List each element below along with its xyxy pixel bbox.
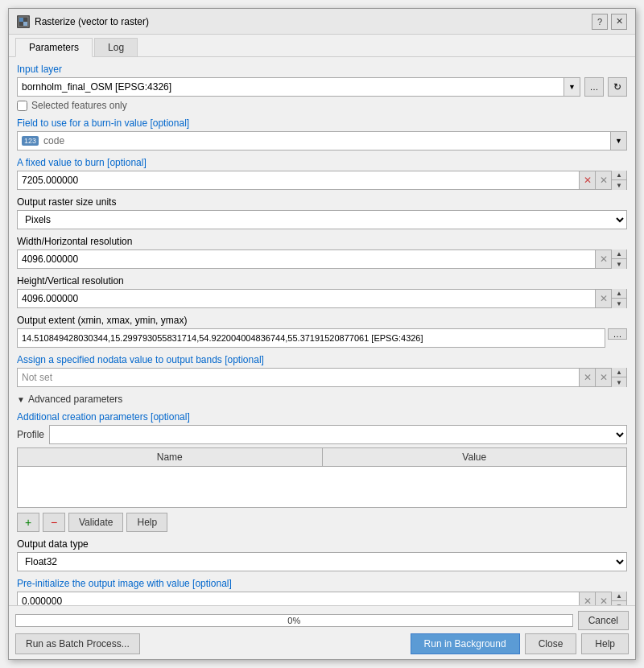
- creation-params-table: Name Value: [17, 447, 627, 508]
- help-title-button[interactable]: ?: [592, 14, 608, 30]
- nodata-clear-btn[interactable]: ✕: [579, 369, 595, 386]
- output-type-select[interactable]: Float32 Byte Int16 UInt16 UInt32 Int32 F…: [18, 553, 626, 571]
- width-spin-up[interactable]: ▲: [612, 249, 626, 259]
- cancel-button[interactable]: Cancel: [578, 611, 629, 630]
- raster-size-label: Output raster size units: [17, 196, 627, 208]
- extent-input-row: [17, 328, 605, 348]
- burn-fixed-spin-down[interactable]: ▼: [612, 180, 626, 190]
- action-row: Run as Batch Process... Run in Backgroun…: [15, 633, 629, 654]
- svg-rect-2: [23, 22, 27, 26]
- width-input[interactable]: [18, 252, 595, 266]
- input-layer-input[interactable]: [18, 78, 564, 96]
- title-bar: Rasterize (vector to raster) ? ✕: [9, 9, 635, 35]
- preinit-input-row: ✕ ✕ ▲ ▼: [17, 592, 627, 605]
- close-title-button[interactable]: ✕: [611, 14, 627, 30]
- input-layer-dropdown-arrow[interactable]: ▼: [564, 78, 580, 96]
- selected-features-label: Selected features only: [31, 100, 127, 111]
- title-bar-left: Rasterize (vector to raster): [17, 15, 149, 28]
- content-area: Input layer ▼ … ↻ Selected features only…: [9, 57, 635, 659]
- tab-bar: Parameters Log: [9, 35, 635, 57]
- advanced-params-section[interactable]: ▼ Advanced parameters: [17, 394, 627, 405]
- extent-input[interactable]: [18, 332, 605, 344]
- preinit-clear2-btn[interactable]: ✕: [595, 592, 611, 605]
- burn-fixed-label: A fixed value to burn [optional]: [17, 157, 627, 168]
- help-button[interactable]: Help: [581, 633, 629, 654]
- height-spin-down[interactable]: ▼: [612, 299, 626, 308]
- advanced-collapse-icon: ▼: [17, 395, 25, 404]
- nodata-label: Assign a specified nodata value to outpu…: [17, 354, 627, 365]
- preinit-clear-btn[interactable]: ✕: [579, 592, 595, 605]
- table-body: [18, 467, 626, 507]
- nodata-input-row: ✕ ✕ ▲ ▼: [17, 368, 627, 387]
- table-add-button[interactable]: +: [17, 513, 39, 532]
- burn-field-label: Field to use for a burn-in value [option…: [17, 118, 627, 129]
- run-batch-button[interactable]: Run as Batch Process...: [15, 633, 140, 654]
- profile-select[interactable]: [50, 426, 626, 443]
- title-bar-controls: ? ✕: [592, 14, 627, 30]
- table-header: Name Value: [18, 448, 626, 467]
- nodata-spin-up[interactable]: ▲: [612, 368, 626, 377]
- profile-select-container: [49, 425, 627, 444]
- table-col-value: Value: [323, 448, 627, 466]
- nodata-clear2-btn[interactable]: ✕: [595, 369, 611, 386]
- run-background-button[interactable]: Run in Background: [411, 633, 520, 654]
- height-label: Height/Vertical resolution: [17, 275, 627, 287]
- selected-features-checkbox[interactable]: [17, 101, 27, 111]
- validate-button[interactable]: Validate: [68, 513, 123, 532]
- footer-bar: 0% Cancel Run as Batch Process... Run in…: [9, 605, 635, 659]
- burn-fixed-input-row: ✕ ✕ ▲ ▼: [17, 171, 627, 190]
- table-remove-button[interactable]: −: [43, 513, 65, 532]
- progress-row: 0% Cancel: [15, 611, 629, 630]
- close-button[interactable]: Close: [525, 633, 577, 654]
- dialog-title: Rasterize (vector to raster): [35, 16, 149, 27]
- tab-parameters[interactable]: Parameters: [15, 38, 93, 57]
- nodata-spinbox: ▲ ▼: [611, 368, 626, 387]
- svg-rect-1: [19, 18, 23, 22]
- input-layer-browse-button[interactable]: …: [584, 77, 604, 97]
- profile-label: Profile: [17, 429, 44, 440]
- selected-features-row: Selected features only: [17, 100, 627, 111]
- height-input-row: ✕ ▲ ▼: [17, 289, 627, 308]
- burn-fixed-spin-up[interactable]: ▲: [612, 171, 626, 180]
- width-label: Width/Horizontal resolution: [17, 236, 627, 247]
- burn-fixed-input[interactable]: [18, 173, 579, 188]
- preinit-label: Pre-initialize the output image with val…: [17, 578, 627, 589]
- width-clear-btn[interactable]: ✕: [595, 250, 611, 268]
- height-spinbox: ▲ ▼: [611, 289, 626, 308]
- nodata-spin-down[interactable]: ▼: [612, 377, 626, 387]
- output-type-select-row: Float32 Byte Int16 UInt16 UInt32 Int32 F…: [17, 552, 627, 571]
- preinit-spinbox: ▲ ▼: [611, 592, 626, 605]
- raster-size-select-row: Pixels Georeferenced units: [17, 210, 627, 229]
- burn-field-dropdown-btn[interactable]: ▼: [610, 132, 626, 150]
- burn-fixed-clear2-btn[interactable]: ✕: [595, 171, 611, 189]
- output-type-label: Output data type: [17, 538, 627, 550]
- width-spin-down[interactable]: ▼: [612, 259, 626, 269]
- height-spin-up[interactable]: ▲: [612, 289, 626, 299]
- extent-browse-btn[interactable]: …: [608, 328, 627, 340]
- input-layer-combo: ▼: [17, 77, 580, 97]
- burn-field-value: 123 code: [18, 134, 610, 148]
- progress-bar-container: 0%: [15, 614, 573, 627]
- app-icon: [17, 15, 30, 28]
- help-small-button[interactable]: Help: [126, 513, 167, 532]
- height-clear-btn[interactable]: ✕: [595, 290, 611, 307]
- tab-log[interactable]: Log: [94, 38, 138, 56]
- height-input[interactable]: [18, 291, 595, 306]
- input-layer-label: Input layer: [17, 64, 627, 75]
- raster-size-select[interactable]: Pixels Georeferenced units: [18, 211, 626, 229]
- preinit-spin-up[interactable]: ▲: [612, 592, 626, 601]
- preinit-input[interactable]: [18, 594, 579, 605]
- burn-field-combo: 123 code ▼: [17, 131, 627, 151]
- creation-params-label: Additional creation parameters [optional…: [17, 411, 627, 423]
- table-col-name: Name: [18, 448, 323, 466]
- dialog: Rasterize (vector to raster) ? ✕ Paramet…: [8, 8, 636, 660]
- input-layer-refresh-button[interactable]: ↻: [608, 77, 627, 97]
- width-input-row: ✕ ▲ ▼: [17, 249, 627, 269]
- width-spinbox: ▲ ▼: [611, 249, 626, 269]
- nodata-input[interactable]: [18, 370, 579, 385]
- burn-fixed-clear-btn[interactable]: ✕: [579, 171, 595, 189]
- scroll-area[interactable]: Input layer ▼ … ↻ Selected features only…: [9, 57, 635, 605]
- table-actions: + − Validate Help: [17, 513, 627, 532]
- extent-row-container: …: [17, 328, 627, 348]
- field-type-icon: 123: [22, 136, 39, 146]
